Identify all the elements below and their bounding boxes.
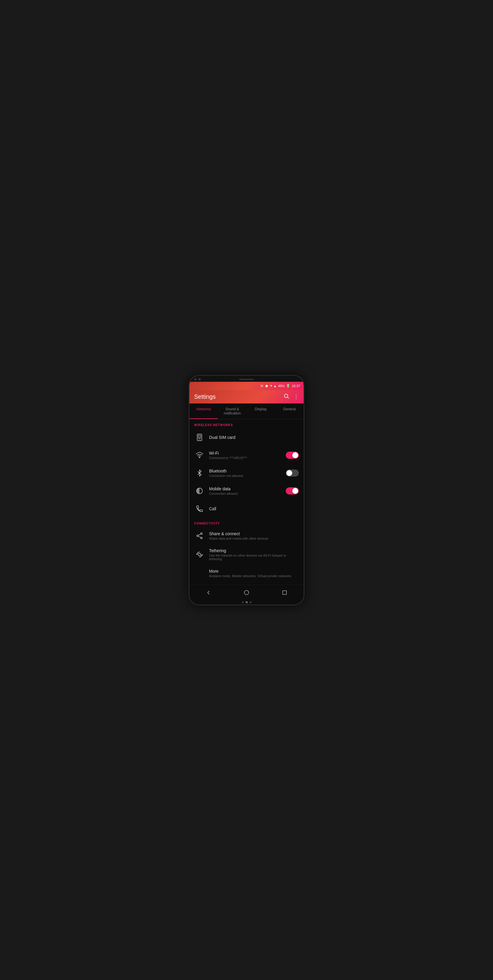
nfc-icon: N [261,384,263,388]
battery-percent: 49% [278,384,285,388]
mobile-data-text: Mobile data Connection allowed [209,487,286,495]
wifi-title: Wi-Fi [209,451,286,455]
wifi-text: Wi-Fi Connected to ***VIRUS*** [209,451,286,460]
alarm-icon: ⏰ [265,384,269,388]
call-item[interactable]: Call [189,500,304,518]
wifi-icon [194,450,205,461]
dual-sim-title: Dual SIM card [209,435,299,440]
call-icon [194,503,205,514]
tab-display[interactable]: Display [247,404,275,419]
page-title: Settings [194,393,216,400]
status-bar: N ⏰ ▾ ▲ 49% 🔋 10:37 [189,382,304,390]
tethering-icon [194,549,205,560]
header-bar: Settings ⋮ [189,390,304,404]
svg-point-13 [198,553,201,556]
back-button[interactable] [198,588,219,597]
dual-sim-item[interactable]: Dual SIM card [189,428,304,446]
tethering-subtitle: Use the Internet on other devices via Wi… [209,554,299,561]
svg-point-9 [197,535,198,536]
mobile-data-subtitle: Connection allowed [209,492,286,495]
call-title: Call [209,506,299,511]
home-button[interactable] [236,588,257,597]
mobile-data-toggle[interactable] [286,487,299,495]
call-text: Call [209,506,299,511]
bluetooth-subtitle: Connection not allowed [209,474,286,477]
svg-point-10 [201,537,202,538]
svg-line-12 [198,536,201,538]
bluetooth-title: Bluetooth [209,469,286,473]
tethering-title: Tethering [209,548,299,553]
bluetooth-toggle[interactable] [286,469,299,477]
more-item[interactable]: More Airplane mode, Mobile networks, Vir… [189,564,304,582]
more-text: More Airplane mode, Mobile networks, Vir… [209,569,299,578]
svg-point-8 [201,533,202,534]
content-area: WIRELESS NETWORKS Dual SIM card [189,419,304,585]
mobile-data-title: Mobile data [209,487,286,491]
wireless-networks-header: WIRELESS NETWORKS [189,419,304,428]
signal-icon: ▲ [274,384,277,388]
tab-general[interactable]: General [275,404,304,419]
mobile-data-item[interactable]: Mobile data Connection allowed [189,482,304,500]
svg-rect-2 [197,434,202,441]
time-display: 10:37 [292,384,300,388]
bottom-nav [189,585,304,600]
phone-frame: N ⏰ ▾ ▲ 49% 🔋 10:37 Settings ⋮ Networks [189,375,304,605]
speaker-bar [239,379,254,380]
bluetooth-icon [194,468,205,479]
wifi-status-icon: ▾ [270,384,272,388]
bluetooth-toggle-knob [286,470,292,476]
more-networks-icon [194,568,205,579]
mobile-data-toggle-knob [292,488,298,494]
tabs-bar: Networks Sound & notification Display Ge… [189,404,304,419]
more-subtitle: Airplane mode, Mobile networks, Virtual … [209,574,299,578]
tethering-text: Tethering Use the Internet on other devi… [209,548,299,561]
tab-sound-notification[interactable]: Sound & notification [218,404,247,419]
bluetooth-item[interactable]: Bluetooth Connection not allowed [189,464,304,482]
share-connect-icon [194,530,205,541]
share-connect-title: Share & connect [209,531,299,536]
dot-2 [246,601,248,603]
search-icon[interactable] [283,393,289,401]
svg-rect-15 [283,590,287,594]
camera-area [194,378,201,380]
svg-point-14 [245,590,249,595]
header-icons: ⋮ [283,393,299,401]
recent-apps-button[interactable] [274,588,295,597]
more-icon[interactable]: ⋮ [294,393,299,400]
svg-rect-3 [198,435,201,437]
more-title: More [209,569,299,574]
bluetooth-text: Bluetooth Connection not allowed [209,469,286,477]
share-connect-subtitle: Share data and media with other devices [209,537,299,540]
camera-dot [194,378,197,380]
svg-line-1 [288,397,289,398]
tethering-item[interactable]: Tethering Use the Internet on other devi… [189,545,304,564]
svg-line-11 [198,534,201,535]
tab-networks[interactable]: Networks [189,404,218,419]
share-connect-text: Share & connect Share data and media wit… [209,531,299,540]
wifi-subtitle: Connected to ***VIRUS*** [209,456,286,460]
wifi-item[interactable]: Wi-Fi Connected to ***VIRUS*** [189,446,304,464]
dot-1 [242,601,244,603]
wifi-toggle[interactable] [286,452,299,459]
share-connect-item[interactable]: Share & connect Share data and media wit… [189,527,304,545]
dots-indicator [189,600,304,605]
dual-sim-text: Dual SIM card [209,435,299,440]
svg-point-0 [284,394,288,398]
wifi-toggle-knob [292,452,298,458]
dot-3 [250,601,251,603]
sensor-dot [198,378,201,380]
status-icons: N ⏰ ▾ ▲ 49% 🔋 10:37 [261,384,300,388]
connectivity-header: CONNECTIVITY [189,518,304,527]
battery-icon: 🔋 [286,384,290,388]
mobile-data-icon [194,485,205,496]
svg-point-6 [199,457,200,458]
dual-sim-icon [194,432,205,443]
